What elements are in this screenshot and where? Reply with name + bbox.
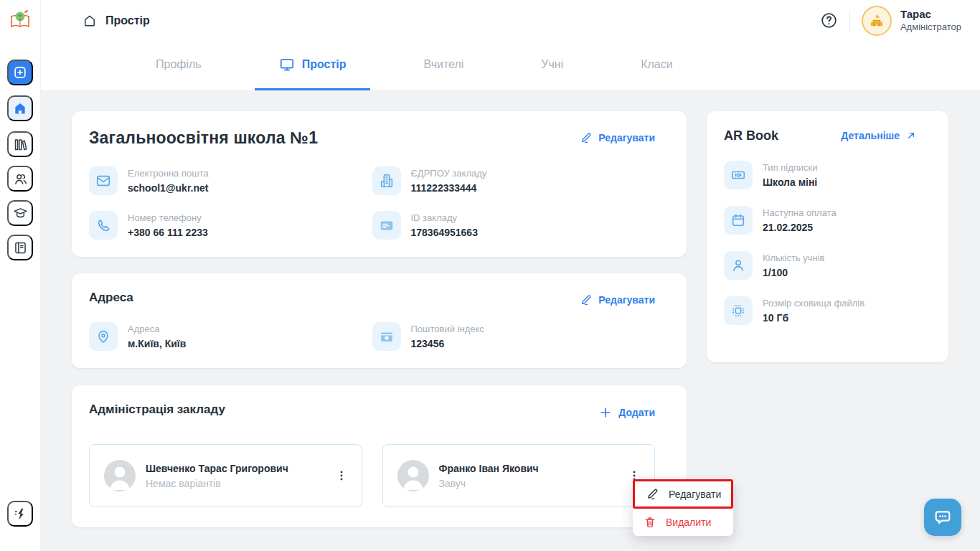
calendar-icon — [724, 206, 753, 235]
arbook-details-link[interactable]: Детальніше — [841, 130, 917, 141]
add-button[interactable] — [7, 60, 33, 85]
field-email: Електронна пошта school1@ukr.net — [89, 166, 372, 195]
context-menu-edit[interactable]: Редагувати — [633, 479, 733, 509]
phone-icon — [89, 211, 118, 240]
member-role: Немає варіантів — [146, 478, 321, 489]
topbar: Простір — [41, 0, 980, 41]
add-admin-button[interactable]: Додати — [598, 405, 655, 420]
member-name: Шевченко Тарас Григорович — [146, 463, 321, 474]
ticket-icon — [724, 161, 753, 189]
sidebar — [0, 0, 41, 551]
tab-profile[interactable]: Профіль — [131, 41, 226, 90]
map-pin-icon — [89, 322, 118, 351]
tab-teachers[interactable]: Вчителі — [399, 41, 488, 90]
member-role: Завуч — [439, 478, 615, 489]
user-menu[interactable]: Тарас Адміністратор — [862, 6, 961, 36]
arbook-title: AR Book — [724, 128, 778, 143]
member-context-menu: Редагувати Видалити — [633, 479, 733, 536]
school-name: Загальноосвітня школа №1 — [89, 128, 318, 148]
school-card: Загальноосвітня школа №1 Редагувати — [72, 111, 687, 257]
edit-school-button[interactable]: Редагувати — [580, 131, 655, 144]
sidebar-item-home[interactable] — [7, 95, 33, 121]
chat-button[interactable] — [924, 499, 961, 536]
tab-students[interactable]: Учні — [517, 41, 588, 90]
field-id: ID закладу 178364951663 — [372, 211, 656, 240]
pencil-icon — [646, 487, 659, 501]
help-icon[interactable] — [820, 11, 838, 29]
pencil-icon — [580, 131, 593, 144]
quick-actions-icon[interactable] — [7, 501, 33, 527]
field-students-count: Кількість учнів 1/100 — [724, 251, 931, 280]
member-menu-button[interactable] — [331, 463, 352, 488]
envelope-icon — [89, 166, 118, 195]
edit-address-button[interactable]: Редагувати — [580, 293, 655, 306]
user-role: Адміністратор — [900, 22, 961, 33]
storage-chip-icon — [724, 296, 753, 325]
postbox-icon — [372, 322, 401, 351]
arbook-logo-icon — [9, 9, 31, 31]
monitor-icon — [279, 57, 295, 72]
id-card-icon — [372, 211, 401, 240]
sidebar-item-courses[interactable] — [7, 200, 33, 226]
plus-icon — [598, 405, 613, 420]
administration-title: Адміністрація закладу — [89, 402, 225, 417]
user-name: Тарас — [900, 8, 961, 22]
field-address: Адреса м.Київ, Київ — [89, 322, 372, 351]
tabbar: Профіль Простір Вчителі Учні Класи — [41, 41, 980, 91]
address-title: Адреса — [89, 291, 133, 305]
field-subscription: Тип підписки Школа міні — [724, 161, 931, 189]
divider — [849, 10, 850, 32]
page-title: Простір — [105, 14, 150, 27]
sidebar-item-journal[interactable] — [7, 235, 33, 260]
arbook-card: AR Book Детальніше — [707, 111, 948, 362]
home-icon — [83, 14, 97, 28]
tab-classes[interactable]: Класи — [616, 41, 697, 90]
tab-space[interactable]: Простір — [255, 41, 371, 90]
person-icon — [724, 251, 753, 280]
field-storage-size: Розмір сховища файлів 10 Гб — [724, 296, 931, 325]
field-edrpou: ЄДРПОУ закладу 111222333444 — [372, 166, 656, 195]
arrow-up-right-icon — [905, 130, 917, 141]
field-phone: Номер телефону +380 66 111 2233 — [89, 211, 372, 240]
content: Загальноосвітня школа №1 Редагувати — [41, 91, 980, 551]
field-postal-code: Поштовий індекс 123456 — [372, 322, 656, 351]
avatar — [104, 460, 136, 491]
field-next-payment: Наступна оплата 21.02.2025 — [724, 206, 931, 235]
trash-icon — [644, 516, 656, 529]
admin-member-card: Шевченко Тарас Григорович Немає варіанті… — [89, 444, 362, 507]
avatar — [397, 460, 429, 491]
building-icon — [372, 166, 401, 195]
admin-member-card: Франко Іван Якович Завуч — [382, 444, 656, 507]
avatar — [862, 6, 892, 36]
pencil-icon — [580, 293, 593, 306]
administration-card: Адміністрація закладу Додати — [72, 385, 687, 527]
member-name: Франко Іван Якович — [439, 463, 615, 474]
sidebar-item-users[interactable] — [7, 166, 33, 192]
address-card: Адреса Редагувати — [72, 273, 687, 368]
context-menu-delete[interactable]: Видалити — [633, 509, 733, 536]
sidebar-item-library[interactable] — [7, 131, 33, 157]
